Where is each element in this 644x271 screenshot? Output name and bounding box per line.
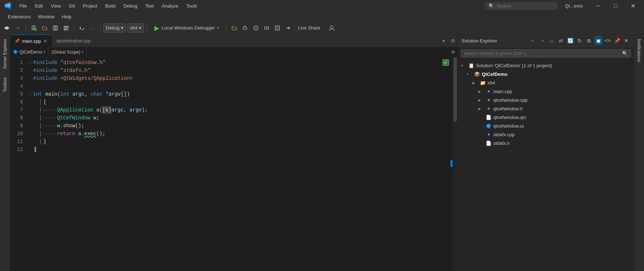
tree-solution-root[interactable]: ▾ 📋 Solution 'QtCefDemo' (1 of 1 project… (458, 61, 634, 70)
tab-qtcefwindow-cpp[interactable]: qtcefwindow.cpp (52, 35, 95, 47)
menu-build[interactable]: Build (101, 2, 119, 10)
open-file-button[interactable] (40, 23, 49, 33)
forward-button[interactable] (14, 23, 23, 33)
tree-main-cpp[interactable]: ▶ ✦ main.cpp (458, 87, 634, 96)
open-folder-button[interactable] (230, 23, 239, 33)
kw-include-2: #include (33, 66, 60, 74)
search-input[interactable] (496, 3, 554, 9)
new-file-button[interactable] (29, 23, 38, 33)
code-content[interactable]: □ #include "qtcefwindow.h" #include "std… (26, 57, 458, 271)
menu-file[interactable]: File (16, 2, 31, 10)
scope-class-arrow: ▾ (44, 50, 45, 54)
back-button[interactable] (3, 23, 12, 33)
se-back-button[interactable]: ← (529, 37, 537, 45)
code-editor[interactable]: 1 2 3 4 5 6 7 8 9 10 11 12 □ #include "q… (10, 57, 458, 271)
scope-method-dropdown[interactable]: (Global Scope) ▾ (49, 47, 87, 57)
fold-1[interactable]: □ (27, 59, 33, 66)
tree-stdafx-h[interactable]: 📄 stdafx.h (458, 139, 634, 147)
platform-dropdown[interactable]: x64 ▾ (127, 23, 144, 33)
search-box[interactable]: 🔍 (485, 2, 558, 10)
se-forward-button[interactable]: → (538, 37, 546, 45)
tabs-overflow-button[interactable]: ▾ (439, 35, 448, 47)
minimize-button[interactable]: ─ (590, 0, 607, 12)
se-search-box[interactable]: 🔍 (461, 49, 631, 58)
attach-button[interactable] (240, 23, 250, 33)
maximize-button[interactable]: □ (607, 0, 624, 12)
tree-project[interactable]: ▾ 📦 QtCefDemo (458, 70, 634, 78)
menu-analyze[interactable]: Analyze (158, 2, 182, 10)
menu-tools[interactable]: Tools (183, 2, 201, 10)
se-copy-button[interactable]: ⧉ (585, 37, 593, 45)
project-label: QtCefDemo (482, 72, 508, 77)
debug-mode-dropdown[interactable]: Debug ▾ (103, 23, 126, 33)
tree-stdafx-cpp[interactable]: ✦ stdafx.cpp (458, 130, 634, 139)
solution-explorer-title: Solution Explorer (462, 38, 527, 43)
code-coverage-button[interactable] (273, 23, 282, 33)
undo-button[interactable] (77, 23, 86, 33)
account-button[interactable] (327, 23, 336, 33)
se-search-input[interactable] (464, 51, 620, 56)
project-chevron-icon: ▾ (467, 72, 472, 76)
var-argc2: argc (112, 106, 124, 114)
menu-view[interactable]: View (47, 2, 64, 10)
live-share-icon-btn[interactable] (284, 23, 293, 33)
menu-window[interactable]: Window (35, 13, 58, 20)
menu-help[interactable]: Help (58, 13, 75, 20)
se-xml-button[interactable]: <> (604, 37, 612, 45)
paren1: ( (57, 90, 60, 98)
tree-qtcef-h[interactable]: ▶ ✦ qtcefwindow.h (458, 104, 634, 113)
live-share-button[interactable]: Live Share (294, 24, 324, 32)
tree-qtcef-qrc[interactable]: 📄 qtcefwindow.qrc (458, 113, 634, 121)
se-sync-button[interactable]: ⇄ (557, 37, 565, 45)
menu-edit[interactable]: Edit (31, 2, 46, 10)
menu-test[interactable]: Test (142, 2, 158, 10)
tab-pin-icon: 📌 (14, 38, 20, 43)
comma2: , (123, 106, 130, 114)
run-debugger-button[interactable]: ▶ Local Windows Debugger ▾ (150, 23, 223, 33)
toolbox-tab[interactable]: Toolbox (0, 73, 10, 96)
scope-expand-button[interactable]: ⊕ (448, 47, 458, 57)
performance-button[interactable] (251, 23, 260, 33)
fold-5[interactable]: □ (27, 90, 33, 98)
menu-project[interactable]: Project (79, 2, 101, 10)
svg-text:VS: VS (5, 4, 10, 8)
se-refresh2-button[interactable]: ↻ (576, 37, 584, 45)
menu-extensions[interactable]: Extensions (4, 13, 35, 20)
se-close-button[interactable]: ✕ (622, 37, 630, 45)
paren2: ( (99, 106, 102, 114)
se-home-button[interactable]: ⌂ (548, 37, 555, 45)
close-button[interactable]: ✕ (625, 0, 641, 12)
stdafx-cpp-label: stdafx.cpp (493, 132, 514, 137)
tabs-settings-button[interactable]: ⚙ (448, 35, 458, 47)
x64-folder-icon: 📁 (480, 79, 486, 86)
var-a2: a (78, 130, 81, 138)
solution-explorer-panel: Solution Explorer ← → ⌂ ⇄ 🔄 ↻ ⧉ ▣ <> 📌 ✕… (458, 35, 634, 271)
scope-class-dropdown[interactable]: 🔷 QtCefDemo ▾ (10, 47, 49, 57)
window-title: Qt...emo (558, 3, 590, 9)
se-view-button[interactable]: ▣ (594, 37, 602, 45)
tab-main-cpp[interactable]: 📌 main.cpp ✕ (10, 35, 52, 47)
qtcef-ui-label: qtcefwindow.ui (493, 123, 524, 129)
se-refresh1-button[interactable]: 🔄 (566, 37, 574, 45)
cursor-12: ▌ (33, 146, 37, 153)
tree-qtcef-ui[interactable]: 🔷 qtcefwindow.ui (458, 121, 634, 130)
menu-debug[interactable]: Debug (120, 2, 141, 10)
redo-button[interactable] (88, 23, 97, 33)
menu-git[interactable]: Git (65, 2, 78, 10)
scrollbar-thumb[interactable] (453, 57, 457, 122)
toolbar-separator-2 (74, 24, 74, 32)
threads-button[interactable] (262, 23, 271, 33)
tree-qtcef-cpp[interactable]: ▶ ✦ qtcefwindow.cpp (458, 96, 634, 104)
scrollbar-track[interactable] (453, 57, 458, 271)
save-all-button[interactable] (62, 23, 71, 33)
save-button[interactable] (51, 23, 60, 33)
fn-show: show (63, 122, 75, 130)
tree-x64[interactable]: ▶ 📁 x64 (458, 78, 634, 87)
server-explorer-tab[interactable]: Server Explorer (0, 35, 10, 73)
notifications-tab[interactable]: Notifications (634, 35, 644, 66)
se-pin-button[interactable]: 📌 (613, 37, 621, 45)
kw-return: return (57, 130, 75, 138)
pipe-9: │ (33, 122, 42, 130)
fn-main: main (45, 90, 58, 98)
tab-main-cpp-close[interactable]: ✕ (43, 38, 47, 44)
